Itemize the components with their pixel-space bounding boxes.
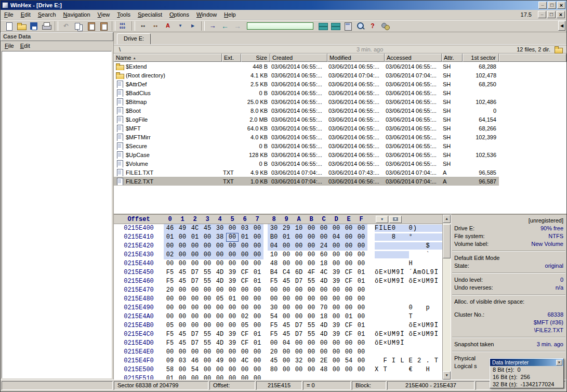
hex-byte[interactable]: 00: [305, 224, 318, 233]
hex-byte[interactable]: 00: [268, 295, 280, 304]
menu-edit[interactable]: Edit: [17, 10, 34, 19]
hex-byte[interactable]: 60: [318, 251, 330, 259]
column-header-name[interactable]: Name▲: [114, 54, 222, 62]
hex-byte[interactable]: 00: [305, 233, 318, 242]
hex-byte[interactable]: 00: [280, 242, 293, 251]
hex-byte[interactable]: C4: [280, 268, 293, 277]
hex-byte[interactable]: 00: [239, 295, 251, 304]
hex-byte[interactable]: 00: [189, 286, 201, 295]
hex-ascii[interactable]: X T € H: [375, 365, 443, 374]
hex-ascii[interactable]: õE×UM9Ï ´ÄmOL9Ï: [375, 268, 443, 277]
hex-byte[interactable]: [268, 374, 280, 380]
find-text-button[interactable]: ●●: [137, 20, 149, 31]
hex-byte[interactable]: 03: [176, 357, 189, 365]
hex-byte[interactable]: 01: [280, 233, 293, 242]
hex-byte[interactable]: 4F: [305, 268, 318, 277]
hex-byte[interactable]: D7: [189, 330, 201, 339]
hex-byte[interactable]: 54: [189, 365, 201, 374]
hex-byte[interactable]: 49: [176, 224, 189, 233]
hex-byte[interactable]: [330, 374, 342, 380]
hex-byte[interactable]: 00: [164, 312, 176, 321]
open-disk-button[interactable]: [317, 20, 329, 31]
hex-byte[interactable]: 00: [226, 251, 239, 259]
hex-byte[interactable]: 00: [251, 304, 263, 312]
hex-byte[interactable]: 00: [342, 224, 355, 233]
case-menu-file[interactable]: File: [2, 42, 17, 49]
hex-byte[interactable]: 39: [226, 277, 239, 286]
menu-file[interactable]: File: [1, 10, 17, 19]
table-row[interactable]: $Boot 8.0 KB 03/06/2014 06:55:... 03/06/…: [114, 106, 499, 115]
hex-byte[interactable]: 55: [201, 339, 214, 348]
hex-byte[interactable]: 00: [355, 251, 367, 259]
hex-ascii[interactable]: [375, 286, 443, 295]
hex-byte[interactable]: CF: [342, 321, 355, 330]
hex-byte[interactable]: 00: [214, 259, 226, 268]
hex-byte[interactable]: 00: [251, 295, 263, 304]
hex-byte[interactable]: 00: [214, 251, 226, 259]
hex-byte[interactable]: 00: [201, 348, 214, 357]
maximize-button[interactable]: [548, 2, 556, 9]
hex-ascii[interactable]: T: [375, 312, 443, 321]
hex-byte[interactable]: 00: [293, 242, 305, 251]
hex-byte[interactable]: 00: [342, 259, 355, 268]
hex-byte[interactable]: D7: [189, 277, 201, 286]
hex-byte[interactable]: 00: [318, 233, 330, 242]
hex-byte[interactable]: B0: [268, 233, 280, 242]
hex-byte[interactable]: CF: [342, 268, 355, 277]
hex-byte[interactable]: 00: [305, 251, 318, 259]
continue-search-button[interactable]: ▶: [187, 20, 199, 31]
hex-byte[interactable]: 45: [201, 224, 214, 233]
hex-byte[interactable]: 00: [251, 233, 263, 242]
hex-byte[interactable]: 00: [330, 224, 342, 233]
hex-byte[interactable]: 70: [318, 304, 330, 312]
hex-byte[interactable]: 00: [355, 295, 367, 304]
hex-byte[interactable]: [342, 374, 355, 380]
hex-byte[interactable]: 00: [330, 304, 342, 312]
hex-byte[interactable]: 00: [251, 374, 263, 380]
hex-scrollbar[interactable]: ▲ ▼: [442, 215, 451, 380]
menu-navigation[interactable]: Navigation: [60, 10, 94, 19]
hex-byte[interactable]: 00: [305, 312, 318, 321]
hex-byte[interactable]: 49: [214, 357, 226, 365]
hex-byte[interactable]: 4D: [214, 330, 226, 339]
hex-byte[interactable]: [355, 374, 367, 380]
hex-byte[interactable]: 01: [355, 268, 367, 277]
hex-byte[interactable]: 01: [251, 339, 263, 348]
hex-byte[interactable]: 00: [330, 312, 342, 321]
hex-byte[interactable]: 00: [355, 224, 367, 233]
hex-byte[interactable]: 00: [293, 312, 305, 321]
hex-byte[interactable]: 05: [239, 321, 251, 330]
table-row[interactable]: $AttrDef 2.5 KB 03/06/2014 06:55:... 03/…: [114, 80, 499, 88]
hex-ascii[interactable]: FILE0 0): [375, 224, 443, 233]
hex-byte[interactable]: F5: [164, 339, 176, 348]
hex-byte[interactable]: 00: [164, 242, 176, 251]
hex-byte[interactable]: 30: [214, 224, 226, 233]
hex-byte[interactable]: 39: [330, 268, 342, 277]
hex-ascii[interactable]: õE×UM9Ï õE×UM9Ï: [375, 330, 443, 339]
hex-byte[interactable]: 00: [280, 312, 293, 321]
hex-byte[interactable]: 00: [293, 304, 305, 312]
column-header-attr-[interactable]: Attr.: [442, 54, 463, 62]
hex-byte[interactable]: 00: [293, 259, 305, 268]
hex-byte[interactable]: 00: [305, 357, 318, 365]
hex-byte[interactable]: 00: [226, 286, 239, 295]
table-row[interactable]: $Extend 448 B 03/06/2014 06:55:... 03/06…: [114, 62, 499, 71]
hex-byte[interactable]: 00: [251, 312, 263, 321]
hex-ascii[interactable]: `: [375, 251, 443, 259]
hex-byte[interactable]: CF: [239, 277, 251, 286]
hex-byte[interactable]: 00: [342, 304, 355, 312]
hex-byte[interactable]: 55: [305, 321, 318, 330]
hex-byte[interactable]: 4D: [318, 330, 330, 339]
hex-byte[interactable]: 00: [201, 365, 214, 374]
hex-byte[interactable]: 00: [355, 339, 367, 348]
hex-byte[interactable]: 80: [268, 365, 280, 374]
table-row[interactable]: $MFT 64.0 KB 03/06/2014 06:55:... 03/06/…: [114, 124, 499, 133]
hex-byte[interactable]: 00: [226, 321, 239, 330]
data-interpreter-close-button[interactable]: ×: [556, 360, 562, 365]
drive-search-button[interactable]: [354, 20, 366, 31]
hex-byte[interactable]: 00: [239, 286, 251, 295]
hex-byte[interactable]: 55: [201, 277, 214, 286]
table-row[interactable]: $Bitmap 25.0 KB 03/06/2014 06:55:... 03/…: [114, 97, 499, 106]
hex-byte[interactable]: 00: [342, 286, 355, 295]
new-file-button[interactable]: [3, 20, 15, 31]
